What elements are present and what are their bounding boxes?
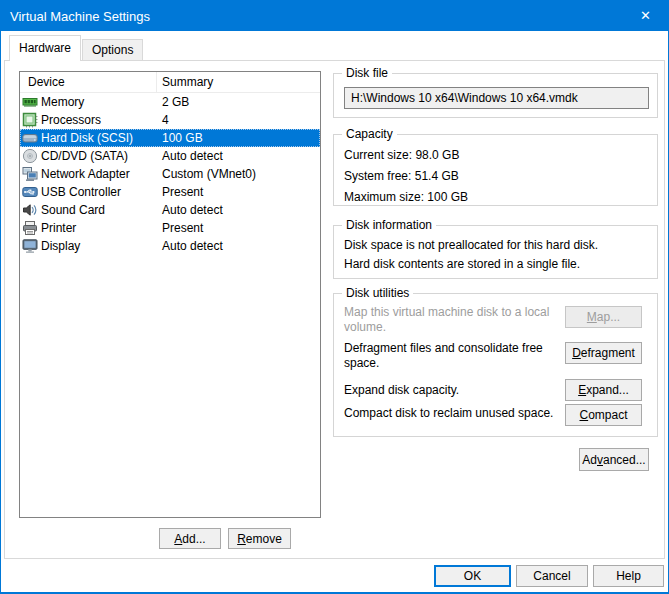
title-bar: Virtual Machine Settings ✕ <box>1 1 668 31</box>
device-summary: Auto detect <box>157 237 320 255</box>
ok-button[interactable]: OK <box>434 565 511 587</box>
expand-button[interactable]: Expand... <box>565 379 642 401</box>
help-button[interactable]: Help <box>593 565 664 587</box>
map-description: Map this virtual machine disk to a local… <box>344 305 565 335</box>
device-name: Memory <box>41 95 84 109</box>
device-summary: Present <box>157 219 320 237</box>
sound-card-icon <box>22 202 38 218</box>
device-summary: Auto detect <box>157 201 320 219</box>
window-title: Virtual Machine Settings <box>10 9 150 24</box>
compact-description: Compact disk to reclaim unused space. <box>344 406 565 421</box>
device-name: Display <box>41 239 80 253</box>
device-list-header: Device Summary <box>20 72 320 93</box>
column-header-summary[interactable]: Summary <box>157 72 320 92</box>
device-row-display[interactable]: Display Auto detect <box>20 237 320 255</box>
device-name: Printer <box>41 221 76 235</box>
add-button[interactable]: Add... <box>159 528 221 549</box>
processor-icon <box>22 112 38 128</box>
expand-description: Expand disk capacity. <box>344 383 565 398</box>
hard-disk-icon <box>22 130 38 146</box>
device-summary: 4 <box>157 111 320 129</box>
disk-information-group-label: Disk information <box>342 218 436 232</box>
device-row-usb-controller[interactable]: USB Controller Present <box>20 183 320 201</box>
device-summary: Present <box>157 183 320 201</box>
tab-options[interactable]: Options <box>82 39 143 61</box>
device-row-memory[interactable]: Memory 2 GB <box>20 93 320 111</box>
device-row-printer[interactable]: Printer Present <box>20 219 320 237</box>
device-summary: 2 GB <box>157 93 320 111</box>
disk-file-path-field[interactable] <box>344 87 649 109</box>
device-summary: 100 GB <box>157 129 320 147</box>
disk-file-group: Disk file <box>333 73 658 118</box>
device-name: CD/DVD (SATA) <box>41 149 128 163</box>
column-header-device[interactable]: Device <box>20 72 157 92</box>
close-icon: ✕ <box>640 8 651 23</box>
close-button[interactable]: ✕ <box>623 1 668 31</box>
remove-button[interactable]: Remove <box>228 528 291 549</box>
usb-icon <box>22 184 38 200</box>
disk-information-line: Disk space is not preallocated for this … <box>344 238 647 252</box>
device-row-cd-dvd[interactable]: CD/DVD (SATA) Auto detect <box>20 147 320 165</box>
device-row-processors[interactable]: Processors 4 <box>20 111 320 129</box>
disk-file-group-label: Disk file <box>342 66 392 80</box>
memory-icon <box>22 94 38 110</box>
device-name: USB Controller <box>41 185 121 199</box>
capacity-current-size: Current size: 98.0 GB <box>344 148 657 169</box>
device-summary: Auto detect <box>157 147 320 165</box>
virtual-machine-settings-window: Virtual Machine Settings ✕ Hardware Opti… <box>0 0 669 594</box>
disk-information-group: Disk information Disk space is not preal… <box>333 225 658 279</box>
device-name: Sound Card <box>41 203 105 217</box>
capacity-group-label: Capacity <box>342 127 397 141</box>
display-icon <box>22 238 38 254</box>
defragment-description: Defragment files and consolidate free sp… <box>344 341 565 371</box>
device-row-network-adapter[interactable]: Network Adapter Custom (VMnet0) <box>20 165 320 183</box>
capacity-maximum-size: Maximum size: 100 GB <box>344 190 657 211</box>
advanced-button[interactable]: Advanced... <box>579 448 649 471</box>
cd-dvd-icon <box>22 148 38 164</box>
device-name: Hard Disk (SCSI) <box>41 131 133 145</box>
network-adapter-icon <box>22 166 38 182</box>
map-button: Map... <box>565 306 642 328</box>
tab-hardware[interactable]: Hardware <box>9 35 81 61</box>
disk-utilities-group-label: Disk utilities <box>342 286 413 300</box>
tab-strip: Hardware Options <box>9 35 143 61</box>
cancel-button[interactable]: Cancel <box>516 565 588 587</box>
device-row-sound-card[interactable]: Sound Card Auto detect <box>20 201 320 219</box>
disk-information-line: Hard disk contents are stored in a singl… <box>344 257 647 271</box>
device-name: Network Adapter <box>41 167 130 181</box>
device-list: Device Summary Memory 2 GB Processors 4 … <box>19 71 321 518</box>
capacity-system-free: System free: 51.4 GB <box>344 169 657 190</box>
compact-button[interactable]: Compact <box>565 404 642 426</box>
printer-icon <box>22 220 38 236</box>
capacity-group: Capacity Current size: 98.0 GB System fr… <box>333 134 658 206</box>
device-row-hard-disk[interactable]: Hard Disk (SCSI) 100 GB <box>20 129 320 147</box>
defragment-button[interactable]: Defragment <box>565 342 642 364</box>
device-summary: Custom (VMnet0) <box>157 165 320 183</box>
disk-utilities-group: Disk utilities Map this virtual machine … <box>333 293 658 437</box>
device-name: Processors <box>41 113 101 127</box>
